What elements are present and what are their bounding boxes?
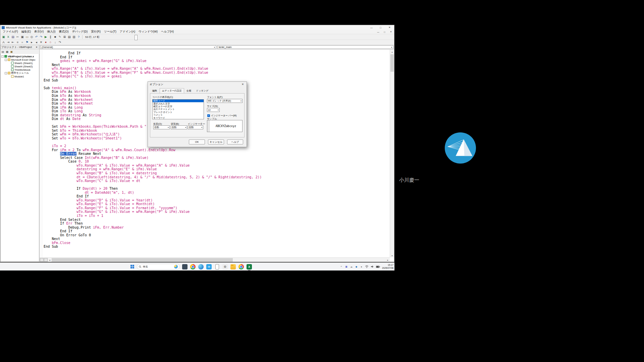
clear-bookmark-icon[interactable]: ✕ bbox=[39, 40, 43, 45]
cut-icon[interactable]: ✂ bbox=[15, 35, 20, 39]
widgets-icon[interactable] bbox=[182, 264, 187, 269]
scroll-right-icon[interactable]: ▸ bbox=[386, 259, 390, 261]
copy-icon[interactable]: ▣ bbox=[20, 35, 24, 39]
project-explorer-icon[interactable]: ⊞ bbox=[62, 35, 67, 39]
settings-icon[interactable]: ⚙ bbox=[222, 264, 228, 269]
split-handle[interactable] bbox=[40, 258, 44, 262]
ok-button[interactable]: OK bbox=[189, 139, 205, 144]
tree-expander-icon[interactable]: - bbox=[5, 72, 7, 74]
outdent-icon[interactable]: ⇤ bbox=[11, 40, 15, 45]
properties-icon[interactable]: ▤ bbox=[67, 35, 71, 39]
help-button[interactable]: ヘルプ bbox=[227, 139, 243, 144]
tree-expander-icon[interactable]: - bbox=[5, 59, 7, 61]
mail-icon[interactable]: ✉ bbox=[206, 264, 212, 269]
menu-item-4[interactable]: 書式(O) bbox=[57, 30, 70, 34]
font-name-dropdown[interactable]: MS ゴシック (日本語) ▾ bbox=[207, 99, 243, 103]
tree-item[interactable]: ThisWorkbook bbox=[1, 68, 39, 71]
tree-item[interactable]: Sheet4 (Sheet2) bbox=[1, 65, 39, 68]
menu-item-0[interactable]: ファイル(F) bbox=[1, 30, 20, 34]
menu-item-3[interactable]: 挿入(I) bbox=[45, 30, 57, 34]
browser-icon[interactable] bbox=[238, 264, 244, 269]
mic-icon[interactable]: ● bbox=[360, 265, 363, 268]
mdi-close-button[interactable]: ✕ bbox=[388, 31, 394, 33]
horizontal-scroll-thumb[interactable] bbox=[52, 258, 233, 262]
menu-item-10[interactable]: ヘルプ(H) bbox=[159, 30, 175, 34]
help-icon[interactable]: ? bbox=[76, 35, 81, 39]
scroll-left-icon[interactable]: ◂ bbox=[48, 259, 52, 261]
toggle-folders-icon[interactable]: ▣ bbox=[10, 50, 13, 54]
menu-item-1[interactable]: 編集(E) bbox=[20, 30, 33, 34]
menu-item-5[interactable]: デバッグ(D) bbox=[70, 30, 90, 34]
tree-item[interactable]: -Microsoft Excel Objec bbox=[1, 58, 39, 61]
tree-item[interactable]: Sheet1 (Sheet1) bbox=[1, 61, 39, 65]
view-object-icon[interactable]: ▦ bbox=[5, 50, 9, 54]
start-button[interactable] bbox=[130, 265, 135, 269]
maximize-button[interactable]: □ bbox=[376, 25, 385, 30]
foreground-dropdown[interactable]: 自動 ▾ bbox=[153, 125, 170, 129]
prev-bookmark-icon[interactable]: ◂ bbox=[34, 40, 39, 45]
hidden-icons-chevron[interactable]: ^ bbox=[340, 265, 343, 268]
background-dropdown[interactable]: 自動 ▾ bbox=[171, 125, 187, 129]
edge-icon[interactable] bbox=[198, 264, 204, 269]
menu-item-7[interactable]: ツール(T) bbox=[102, 30, 118, 34]
procedure-dropdown[interactable]: tenki_main ▾ bbox=[217, 45, 393, 49]
indicator-bar-checkbox[interactable]: ✓ インジケーター バー(M) bbox=[207, 114, 236, 117]
indicator-dropdown[interactable]: 自動 ▾ bbox=[188, 125, 203, 129]
volume-icon[interactable] bbox=[371, 265, 374, 268]
save-icon[interactable]: ▤ bbox=[11, 35, 15, 39]
mdi-restore-button[interactable]: □ bbox=[381, 31, 388, 33]
chrome-icon[interactable] bbox=[190, 264, 196, 269]
tree-item[interactable]: Module1 bbox=[1, 75, 39, 78]
tree-expander-icon[interactable]: - bbox=[1, 55, 4, 58]
indent-icon[interactable]: ⇥ bbox=[6, 40, 10, 45]
menu-item-8[interactable]: アドイン(A) bbox=[118, 30, 137, 34]
undo-icon[interactable]: ↶ bbox=[34, 35, 39, 39]
taskbar-clock[interactable]: 15:17 2025/07/08 bbox=[382, 264, 393, 269]
uncomment-icon[interactable]: = bbox=[20, 40, 24, 45]
step-into-icon[interactable]: ↓ bbox=[53, 40, 57, 45]
teams-icon[interactable]: ▣ bbox=[345, 265, 348, 268]
dialog-tab-1[interactable]: エディターの設定 bbox=[160, 88, 184, 94]
menu-item-9[interactable]: ウィンドウ(W) bbox=[137, 30, 159, 34]
horizontal-scrollbar[interactable]: ◂ ▸ bbox=[40, 257, 390, 262]
scroll-up-icon[interactable]: ▴ bbox=[390, 50, 394, 54]
project-explorer-close-icon[interactable]: ✕ bbox=[35, 46, 38, 49]
step-over-icon[interactable]: ↷ bbox=[58, 40, 62, 45]
comment-icon[interactable]: ≡ bbox=[15, 40, 20, 45]
design-mode-icon[interactable]: ✎ bbox=[58, 35, 62, 39]
run-icon[interactable]: ▶ bbox=[44, 35, 48, 39]
bookmark-icon[interactable]: ⚑ bbox=[25, 40, 29, 45]
clear-breakpoints-icon[interactable]: ○ bbox=[48, 40, 53, 45]
dialog-tab-0[interactable]: 編集 bbox=[150, 88, 160, 94]
reset-icon[interactable]: ■ bbox=[53, 35, 57, 39]
tree-item[interactable]: -標準モジュール bbox=[1, 71, 39, 75]
vbe-icon[interactable]: ▣ bbox=[1, 35, 6, 39]
wifi-icon[interactable] bbox=[365, 265, 369, 268]
mdi-minimize-button[interactable]: — bbox=[375, 31, 381, 33]
find-icon[interactable]: ◎ bbox=[30, 35, 34, 39]
code-colors-listbox[interactable]: 標準コード選択された文字構文エラーの文字次のステートメントブレークポイントコメン… bbox=[152, 99, 204, 119]
onedrive-icon[interactable]: ☁ bbox=[350, 265, 353, 268]
paste-icon[interactable]: ▭ bbox=[25, 35, 29, 39]
scroll-down-icon[interactable]: ▾ bbox=[390, 253, 394, 257]
security-icon[interactable]: ◆ bbox=[355, 265, 358, 268]
split-handle[interactable] bbox=[44, 258, 48, 262]
minimize-button[interactable]: — bbox=[367, 25, 376, 30]
tree-item[interactable]: -VBAProject (chukan.x bbox=[1, 55, 39, 58]
dialog-close-icon[interactable]: ✕ bbox=[240, 83, 245, 86]
redo-icon[interactable]: ↷ bbox=[39, 35, 43, 39]
dialog-tab-2[interactable]: 全般 bbox=[184, 88, 194, 94]
file-explorer-icon[interactable] bbox=[230, 264, 236, 269]
complete-word-icon[interactable]: A bbox=[1, 40, 6, 45]
phone-link-icon[interactable] bbox=[214, 264, 220, 269]
vertical-scrollbar[interactable]: ▴ ▾ bbox=[390, 50, 394, 257]
object-browser-icon[interactable]: ▥ bbox=[72, 35, 76, 39]
color-list-item[interactable]: キーワード bbox=[153, 116, 204, 119]
font-size-dropdown[interactable]: 22 ▾ bbox=[207, 108, 220, 112]
object-dropdown[interactable]: (General) ▾ bbox=[40, 45, 216, 49]
breakpoint-icon[interactable]: ● bbox=[44, 40, 48, 45]
battery-icon[interactable] bbox=[376, 265, 380, 268]
menu-item-6[interactable]: 実行(R) bbox=[89, 30, 102, 34]
dialog-tab-3[interactable]: ドッキング bbox=[194, 88, 211, 94]
cancel-button[interactable]: キャンセル bbox=[208, 139, 224, 144]
